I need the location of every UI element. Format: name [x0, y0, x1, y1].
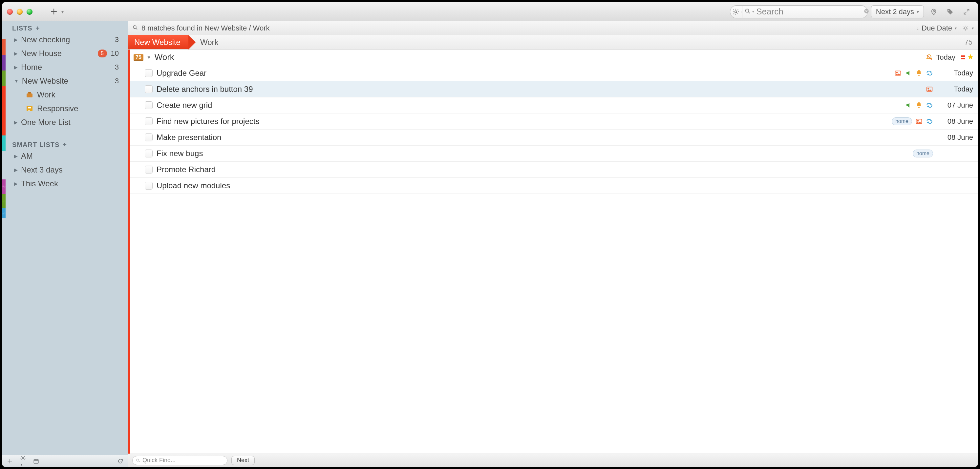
- close-window-button[interactable]: [7, 9, 13, 15]
- add-task-button[interactable]: ＋ ▾: [44, 6, 68, 18]
- reminder-icon: [915, 102, 923, 109]
- task-due-date: 08 June: [937, 133, 973, 142]
- main-footer: Quick Find... Next: [128, 453, 978, 467]
- disclosure-triangle-icon: ▶: [14, 37, 18, 42]
- task-row[interactable]: Create new grid 07 June: [130, 97, 978, 114]
- svg-point-1: [746, 9, 749, 12]
- task-checkbox[interactable]: [145, 85, 153, 93]
- sidebar-item-label: Next 3 days: [21, 165, 63, 174]
- task-list: 75 ▼ Work Today Upgrade Gear Today D: [128, 49, 978, 453]
- disclosure-triangle-icon: ▶: [14, 154, 18, 159]
- svg-rect-19: [918, 75, 920, 76]
- sidebar-lists-header-label: LISTS: [12, 25, 32, 32]
- sidebar-item-label: Responsive: [37, 104, 78, 113]
- sidebar-sublist-item[interactable]: Responsive: [12, 102, 123, 116]
- task-row[interactable]: Find new pictures for projects home 08 J…: [130, 114, 978, 130]
- task-row[interactable]: Fix new bugs home: [130, 146, 978, 162]
- tag-button[interactable]: [943, 5, 957, 18]
- disclosure-triangle-icon: ▶: [14, 51, 18, 56]
- svg-rect-15: [961, 55, 965, 57]
- task-row[interactable]: Upload new modules: [130, 178, 978, 194]
- breadcrumb-current[interactable]: Work: [200, 38, 219, 47]
- task-title: Delete anchors in button 39: [157, 85, 253, 94]
- search-icon: [132, 24, 138, 32]
- sidebar-item-label: This Week: [21, 179, 58, 188]
- footer-add-button[interactable]: [7, 458, 13, 464]
- expand-button[interactable]: [960, 5, 973, 18]
- breadcrumb-root[interactable]: New Website: [128, 35, 188, 49]
- task-row[interactable]: Delete anchors in button 39 Today: [130, 81, 978, 97]
- task-title: Promote Richard: [157, 165, 216, 174]
- priority-indicator: [961, 54, 973, 61]
- disclosure-triangle-icon: ▶: [14, 65, 18, 70]
- repeat-icon: [926, 118, 933, 125]
- footer-sync-button[interactable]: [118, 458, 123, 464]
- task-checkbox[interactable]: [145, 117, 153, 125]
- date-filter-dropdown[interactable]: Next 2 days ▾: [871, 5, 924, 18]
- quick-find-field[interactable]: Quick Find...: [132, 456, 228, 465]
- zoom-window-button[interactable]: [27, 9, 32, 15]
- task-indicators: [905, 102, 933, 109]
- task-title: Fix new bugs: [157, 149, 203, 158]
- sidebar-smartlist-item[interactable]: ▶Next 3 days: [12, 163, 123, 177]
- task-row[interactable]: Make presentation 08 June: [130, 130, 978, 146]
- sidebar: LISTS + ▶ New checking 3▶ New House 510▶…: [2, 21, 128, 467]
- task-row[interactable]: Upgrade Gear Today: [130, 65, 978, 81]
- chevron-down-icon: ▾: [61, 9, 64, 14]
- search-field[interactable]: + ▾: [730, 5, 868, 18]
- audio-icon: [905, 70, 912, 77]
- disclosure-triangle-icon[interactable]: ▼: [147, 55, 151, 60]
- disclosure-triangle-icon: ▶: [14, 181, 18, 186]
- task-tag[interactable]: home: [892, 117, 912, 125]
- chevron-down-icon: ▾: [955, 26, 957, 30]
- task-checkbox[interactable]: [145, 149, 153, 157]
- sidebar-smartlist-item[interactable]: ▶This Week: [12, 177, 123, 190]
- sidebar-smartlist-item[interactable]: ▶AM: [12, 149, 123, 163]
- task-group-header[interactable]: 75 ▼ Work Today: [130, 49, 978, 65]
- search-scope-chevron-icon[interactable]: ▾: [752, 10, 754, 14]
- breadcrumb-bar: New Website Work 75: [128, 35, 978, 49]
- sidebar-list-item[interactable]: ▶ New House 510: [12, 47, 123, 60]
- search-input[interactable]: [756, 6, 864, 17]
- svg-point-5: [3, 186, 5, 187]
- task-checkbox[interactable]: [145, 69, 153, 77]
- chevron-down-icon: ▾: [917, 9, 919, 14]
- sidebar-list-item[interactable]: ▼ New Website 3: [12, 74, 123, 88]
- sort-dropdown[interactable]: ↓ Due Date ▾: [917, 24, 957, 32]
- mute-icon: [926, 54, 933, 61]
- footer-settings-button[interactable]: ▾: [20, 455, 26, 467]
- sidebar-lists-header: LISTS +: [12, 25, 123, 32]
- location-button[interactable]: [927, 5, 940, 18]
- task-row[interactable]: Promote Richard: [130, 162, 978, 178]
- add-list-button[interactable]: +: [36, 25, 40, 32]
- next-button[interactable]: Next: [231, 456, 255, 465]
- svg-point-0: [735, 11, 737, 13]
- task-due-date: Today: [937, 69, 973, 78]
- audio-icon: [905, 102, 912, 109]
- svg-rect-8: [27, 93, 32, 97]
- task-title: Create new grid: [157, 101, 212, 110]
- search-options-button[interactable]: +: [732, 6, 742, 18]
- svg-point-25: [137, 459, 139, 461]
- task-checkbox[interactable]: [145, 166, 153, 173]
- sidebar-list-item[interactable]: ▶ New checking 3: [12, 33, 123, 47]
- task-indicators: [926, 86, 933, 93]
- sort-label: Due Date: [921, 24, 952, 32]
- task-checkbox[interactable]: [145, 182, 153, 190]
- view-options-button[interactable]: ▾: [962, 25, 974, 32]
- task-checkbox[interactable]: [145, 133, 153, 141]
- sidebar-sublist-item[interactable]: Work: [12, 88, 123, 102]
- clear-search-button[interactable]: [864, 8, 869, 16]
- results-text: 8 matches found in New Website / Work: [142, 24, 269, 32]
- image-attachment-icon: [915, 118, 923, 125]
- minimize-window-button[interactable]: [17, 9, 23, 15]
- svg-rect-16: [961, 58, 965, 59]
- task-tag[interactable]: home: [913, 149, 933, 157]
- svg-point-21: [928, 88, 929, 89]
- footer-calendar-button[interactable]: [33, 458, 39, 464]
- sidebar-list-item[interactable]: ▶ Home 3: [12, 60, 123, 74]
- task-checkbox[interactable]: [145, 101, 153, 109]
- add-smartlist-button[interactable]: +: [63, 141, 67, 149]
- sidebar-item-label: Work: [37, 90, 56, 99]
- sidebar-list-item[interactable]: ▶ One More List: [12, 116, 123, 129]
